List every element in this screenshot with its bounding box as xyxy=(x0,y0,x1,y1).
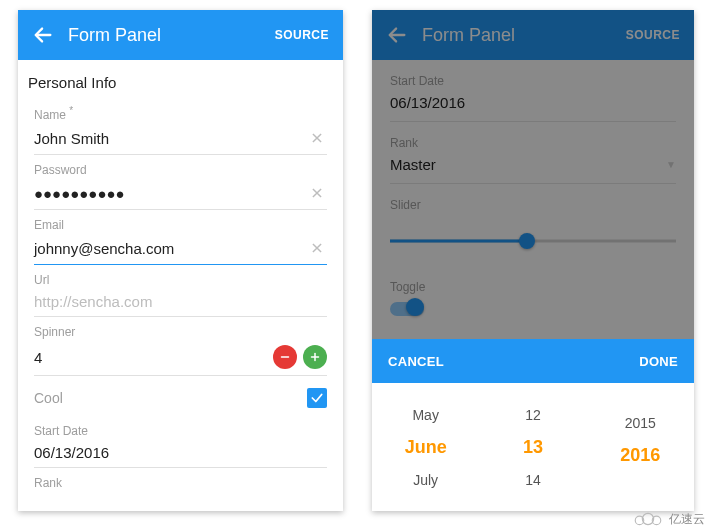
day-selected[interactable]: 13 xyxy=(523,437,543,458)
form-body: Personal Info Name * John Smith Password… xyxy=(18,60,343,511)
name-label: Name * xyxy=(34,105,327,122)
field-start-date: Start Date 06/13/2016 xyxy=(18,418,343,470)
field-url: Url http://sencha.com xyxy=(18,267,343,319)
field-email: Email johnny@sencha.com xyxy=(18,212,343,267)
day-wheel[interactable]: 12 13 14 xyxy=(479,383,586,511)
cloud-icon xyxy=(631,510,665,528)
spinner-label: Spinner xyxy=(34,325,327,339)
cool-checkbox[interactable] xyxy=(307,388,327,408)
spinner-input[interactable]: 4 xyxy=(34,349,267,366)
form-panel-screen-left: Form Panel SOURCE Personal Info Name * J… xyxy=(18,10,343,511)
form-panel-screen-right: Form Panel SOURCE Start Date 06/13/2016 … xyxy=(372,10,694,511)
clear-icon[interactable] xyxy=(307,128,327,148)
url-label: Url xyxy=(34,273,327,287)
back-arrow-icon[interactable] xyxy=(32,24,54,46)
year-wheel[interactable]: 2015 2016 xyxy=(587,383,694,511)
day-prev[interactable]: 12 xyxy=(525,407,541,423)
password-label: Password xyxy=(34,163,327,177)
start-date-input[interactable]: 06/13/2016 xyxy=(34,444,327,461)
cancel-button[interactable]: CANCEL xyxy=(388,354,444,369)
field-rank: Rank xyxy=(18,470,343,494)
header-title: Form Panel xyxy=(68,25,275,46)
source-button[interactable]: SOURCE xyxy=(275,28,329,42)
clear-icon[interactable] xyxy=(307,238,327,258)
year-selected[interactable]: 2016 xyxy=(620,445,660,466)
field-spinner: Spinner 4 xyxy=(18,319,343,378)
done-button[interactable]: DONE xyxy=(639,354,678,369)
day-next[interactable]: 14 xyxy=(525,472,541,488)
clear-icon[interactable] xyxy=(307,183,327,203)
spinner-increment-button[interactable] xyxy=(303,345,327,369)
year-prev[interactable]: 2015 xyxy=(625,415,656,431)
url-input[interactable]: http://sencha.com xyxy=(34,293,327,310)
email-input[interactable]: johnny@sencha.com xyxy=(34,240,307,257)
app-header: Form Panel SOURCE xyxy=(18,10,343,60)
section-heading: Personal Info xyxy=(18,60,343,99)
month-next[interactable]: July xyxy=(413,472,438,488)
password-input[interactable]: ●●●●●●●●●● xyxy=(34,185,307,202)
field-name: Name * John Smith xyxy=(18,99,343,157)
date-picker: CANCEL DONE May June July 12 13 14 2015 … xyxy=(372,339,694,511)
rank-label: Rank xyxy=(34,476,327,490)
watermark: 亿速云 xyxy=(631,510,705,528)
spinner-decrement-button[interactable] xyxy=(273,345,297,369)
name-input[interactable]: John Smith xyxy=(34,130,307,147)
email-label: Email xyxy=(34,218,327,232)
picker-toolbar: CANCEL DONE xyxy=(372,339,694,383)
cool-label: Cool xyxy=(34,390,63,406)
field-cool: Cool xyxy=(18,378,343,418)
field-password: Password ●●●●●●●●●● xyxy=(18,157,343,212)
month-wheel[interactable]: May June July xyxy=(372,383,479,511)
month-prev[interactable]: May xyxy=(412,407,438,423)
month-selected[interactable]: June xyxy=(405,437,447,458)
start-date-label: Start Date xyxy=(34,424,327,438)
